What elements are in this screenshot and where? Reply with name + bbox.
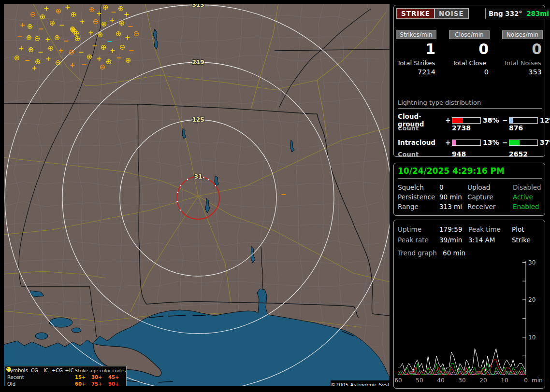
strike-button[interactable]: STRIKE bbox=[396, 8, 435, 19]
x-tick-label: 60 bbox=[394, 377, 402, 384]
close-per-min-value: 0 bbox=[449, 39, 490, 58]
ic-minus-pct: 37% bbox=[538, 139, 550, 146]
noises-column: Noises/min 0 Total Noises 353 bbox=[502, 30, 543, 76]
legend-row-label: Recent bbox=[7, 374, 28, 381]
close-per-min-header: Close/min bbox=[449, 30, 490, 39]
total-strikes-value: 7214 bbox=[396, 68, 436, 76]
trend-series-+CG bbox=[398, 360, 526, 375]
age-code: 90+ bbox=[108, 381, 125, 386]
status-label: Upload bbox=[467, 183, 513, 191]
status-label: Squelch bbox=[398, 183, 439, 191]
x-tick-label: 0 bbox=[524, 377, 528, 384]
intracloud-label: Intracloud bbox=[398, 139, 445, 146]
legend-header: +CG bbox=[51, 367, 64, 374]
status-label: Persistence bbox=[398, 193, 439, 201]
status-panel: 10/24/2025 4:29:16 PM Squelch0UploadDisa… bbox=[393, 163, 545, 216]
app-window: 31321912531 Symbols-CG-IC+CG+ICStrike ag… bbox=[0, 0, 550, 392]
status-label: Receiver bbox=[467, 203, 513, 210]
cg-minus-pct: 12% bbox=[538, 116, 550, 124]
trend-panel: Uptime179:59Peak timePlotPeak rate39/min… bbox=[393, 220, 545, 389]
lightning-map[interactable]: 31321912531 Symbols-CG-IC+CG+ICStrike ag… bbox=[4, 4, 390, 386]
plus-sign: + bbox=[445, 139, 452, 146]
status-value: 313 mi bbox=[439, 203, 467, 210]
legend-header: +IC bbox=[64, 367, 75, 374]
trend-series--IC bbox=[398, 364, 526, 375]
ic-minus-bar bbox=[509, 140, 538, 146]
intracloud-row: Intracloud + 13% − 37% bbox=[398, 139, 543, 146]
ring-label: 125 bbox=[192, 116, 204, 123]
stat-value: 3:14 AM bbox=[468, 236, 512, 244]
status-value: Active bbox=[513, 193, 543, 201]
age-code: 30+ bbox=[91, 374, 108, 381]
distribution-title: Lightning type distribution bbox=[398, 99, 542, 109]
status-value: 0 bbox=[439, 183, 467, 191]
legend-header: -CG bbox=[28, 367, 40, 374]
ic-minus-count: 2652 bbox=[509, 150, 543, 158]
minus-sign: − bbox=[502, 139, 509, 146]
age-codes-title: Strike age color codes bbox=[75, 367, 125, 374]
cg-plus-pct: 38% bbox=[481, 116, 502, 124]
age-code: 15+ bbox=[75, 374, 91, 381]
stat-value: 39/min bbox=[439, 236, 468, 244]
x-axis-unit: min bbox=[532, 377, 543, 384]
x-tick-label: 30 bbox=[458, 377, 465, 384]
cg-plus-bar bbox=[452, 117, 481, 124]
total-close-value: 0 bbox=[449, 68, 490, 76]
ic-plus-bar bbox=[452, 140, 481, 146]
age-code: 45+ bbox=[108, 374, 125, 381]
trend-graph-row: Trend graph 60 min bbox=[398, 249, 465, 257]
total-close-label: Total Close bbox=[449, 59, 490, 67]
map-graphics: 31321912531 bbox=[4, 4, 390, 386]
status-label: Range bbox=[398, 203, 439, 210]
stat-label: Peak time bbox=[468, 225, 512, 233]
stats-grid: Uptime179:59Peak timePlotPeak rate39/min… bbox=[398, 224, 543, 245]
trend-series-+IC bbox=[398, 371, 526, 375]
stat-value: Strike bbox=[512, 236, 543, 244]
status-label: Capture bbox=[467, 193, 513, 201]
datetime-display: 10/24/2025 4:29:16 PM bbox=[398, 166, 542, 179]
strike-legend: Symbols-CG-IC+CG+ICStrike age color code… bbox=[5, 366, 127, 386]
cloud-ground-count-row: Count 2738 876 bbox=[398, 124, 543, 132]
total-noises-value: 353 bbox=[502, 68, 543, 76]
minus-sign: − bbox=[502, 116, 509, 124]
strikes-per-min-value: 1 bbox=[396, 39, 436, 58]
strikes-per-min-header: Strikes/min bbox=[396, 30, 436, 39]
status-value: Enabled bbox=[513, 203, 543, 210]
x-tick-label: 20 bbox=[479, 377, 487, 384]
total-noises-label: Total Noises bbox=[502, 59, 543, 67]
bearing-value: Bng 332° bbox=[489, 10, 522, 17]
stat-value: 179:59 bbox=[439, 225, 468, 233]
stat-label: Peak rate bbox=[398, 236, 439, 244]
age-code: 75+ bbox=[91, 381, 108, 386]
noise-button[interactable]: NOISE bbox=[434, 8, 469, 19]
plus-sign: + bbox=[445, 116, 452, 124]
y-tick-label: 20 bbox=[528, 296, 536, 303]
strikes-column: Strikes/min 1 Total Strikes 7214 bbox=[396, 30, 436, 76]
stat-label: Uptime bbox=[398, 225, 439, 233]
trend-series-Total bbox=[398, 349, 526, 371]
trend-series--CG bbox=[398, 371, 526, 375]
range-value: 283mi bbox=[526, 10, 549, 17]
trend-graph-value: 60 min bbox=[443, 249, 465, 257]
y-tick-label: 30 bbox=[528, 259, 536, 266]
bearing-range-readout: Bng 332° 283mi bbox=[485, 8, 550, 19]
ring-label: 313 bbox=[192, 4, 204, 8]
cg-plus-count: 2738 bbox=[452, 124, 509, 132]
ic-plus-count: 948 bbox=[452, 150, 509, 158]
ring-label: 219 bbox=[192, 59, 204, 66]
status-value: 90 min bbox=[439, 193, 467, 201]
x-tick-label: 40 bbox=[437, 377, 444, 384]
counters-panel: STRIKE NOISE Bng 332° 283mi Strikes/min … bbox=[393, 5, 545, 157]
status-value: Disabled bbox=[513, 183, 543, 191]
mode-toolbar: STRIKE NOISE Bng 332° 283mi bbox=[396, 8, 542, 19]
close-column: Close/min 0 Total Close 0 bbox=[449, 30, 490, 76]
legend-header: -IC bbox=[40, 367, 51, 374]
cg-minus-bar bbox=[509, 117, 538, 124]
rate-counters: Strikes/min 1 Total Strikes 7214 Close/m… bbox=[396, 30, 544, 76]
copyright-label: ©2005 Astrogenic Systems bbox=[331, 380, 390, 386]
y-tick-label: 10 bbox=[528, 334, 536, 341]
x-tick-label: 10 bbox=[501, 377, 508, 384]
ring-label: 31 bbox=[194, 173, 203, 180]
trend-chart: 1020306050403020100min bbox=[394, 220, 546, 389]
ic-plus-pct: 13% bbox=[481, 139, 502, 146]
